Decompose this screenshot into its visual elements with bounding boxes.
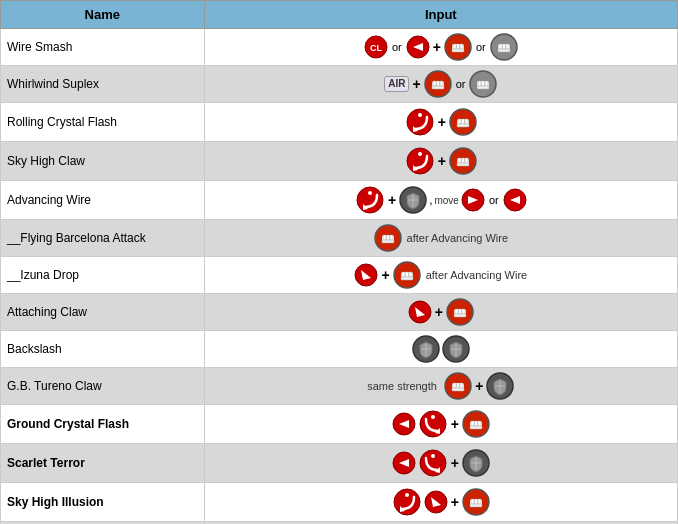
svg-rect-9 [452, 49, 464, 52]
plus-sign: + [435, 304, 443, 320]
move-text: move [434, 195, 458, 206]
svg-rect-66 [402, 272, 405, 277]
move-name: Rolling Crystal Flash [1, 103, 205, 142]
svg-point-114 [405, 493, 409, 497]
svg-rect-75 [458, 309, 461, 314]
svg-rect-12 [499, 44, 502, 49]
table-row: Whirlwind Suplex AIR+ or [1, 66, 678, 103]
svg-rect-58 [383, 235, 386, 240]
plus-sign: + [381, 267, 389, 283]
svg-point-95 [420, 411, 446, 437]
header-input: Input [204, 1, 677, 29]
svg-point-97 [431, 415, 435, 419]
svg-point-106 [420, 450, 446, 476]
plus-sign: + [451, 416, 459, 432]
svg-rect-6 [453, 44, 456, 49]
move-name: Sky High Illusion [1, 483, 205, 522]
svg-rect-7 [456, 44, 459, 49]
move-input: AIR+ or [204, 66, 677, 103]
svg-rect-34 [461, 119, 464, 124]
plus-sign: + [433, 39, 441, 55]
moves-table: Name Input Wire Smash CL or + or Whirlwi… [0, 0, 678, 524]
svg-rect-33 [458, 119, 461, 124]
svg-rect-69 [401, 277, 413, 280]
svg-rect-101 [474, 421, 477, 426]
svg-rect-68 [409, 272, 412, 277]
plus-sign: + [438, 153, 446, 169]
move-name: __Flying Barcelona Attack [1, 220, 205, 257]
move-input: + after Advancing Wire [204, 257, 677, 294]
plus-sign: + [388, 192, 396, 208]
svg-rect-18 [433, 81, 436, 86]
table-row: Wire Smash CL or + or [1, 29, 678, 66]
table-row: Backslash [1, 331, 678, 368]
table-row: __Flying Barcelona Attack after Advancin… [1, 220, 678, 257]
svg-point-108 [431, 454, 435, 458]
move-name: Scarlet Terror [1, 444, 205, 483]
air-badge: AIR [384, 76, 409, 92]
move-input: + [204, 444, 677, 483]
svg-rect-36 [457, 124, 469, 127]
svg-text:CL: CL [370, 43, 382, 53]
svg-rect-122 [470, 504, 482, 507]
plus-sign: + [451, 494, 459, 510]
move-input: + [204, 405, 677, 444]
or-label: or [476, 41, 486, 53]
table-row: Scarlet Terror + [1, 444, 678, 483]
svg-rect-8 [460, 44, 463, 49]
svg-rect-13 [502, 44, 505, 49]
table-row: Sky High Claw + [1, 142, 678, 181]
svg-point-112 [394, 489, 420, 515]
svg-rect-88 [460, 383, 463, 388]
svg-rect-59 [386, 235, 389, 240]
table-row: Ground Crystal Flash + [1, 405, 678, 444]
move-name: Attaching Claw [1, 294, 205, 331]
same-strength-text: same strength [367, 380, 437, 392]
svg-point-46 [357, 187, 383, 213]
svg-rect-121 [478, 499, 481, 504]
or-label: or [392, 41, 402, 53]
svg-rect-119 [471, 499, 474, 504]
header-name: Name [1, 1, 205, 29]
after-text: after Advancing Wire [404, 232, 509, 244]
svg-rect-77 [454, 314, 466, 317]
move-name: Whirlwind Suplex [1, 66, 205, 103]
move-name: Wire Smash [1, 29, 205, 66]
svg-point-39 [418, 152, 422, 156]
svg-rect-21 [432, 86, 444, 89]
move-name: Backslash [1, 331, 205, 368]
table-row: G.B. Tureno Claw same strength + [1, 368, 678, 405]
svg-rect-19 [436, 81, 439, 86]
svg-rect-120 [474, 499, 477, 504]
table-row: Rolling Crystal Flash + [1, 103, 678, 142]
move-name: Advancing Wire [1, 181, 205, 220]
plus-sign: + [451, 455, 459, 471]
svg-rect-14 [506, 44, 509, 49]
svg-rect-60 [390, 235, 393, 240]
table-row: __Izuna Drop + after Advancing Wire [1, 257, 678, 294]
svg-rect-100 [471, 421, 474, 426]
svg-point-30 [418, 113, 422, 117]
svg-rect-25 [482, 81, 485, 86]
svg-rect-26 [485, 81, 488, 86]
table-row: Sky High Illusion + [1, 483, 678, 522]
move-input: same strength + [204, 368, 677, 405]
or-label: or [489, 194, 499, 206]
or-label: or [456, 78, 466, 90]
svg-rect-103 [470, 426, 482, 429]
svg-rect-67 [405, 272, 408, 277]
svg-rect-87 [457, 383, 460, 388]
move-input: + [204, 142, 677, 181]
move-name: G.B. Tureno Claw [1, 368, 205, 405]
svg-rect-76 [462, 309, 465, 314]
svg-rect-86 [453, 383, 456, 388]
svg-rect-43 [461, 158, 464, 163]
plus-sign: + [438, 114, 446, 130]
svg-rect-42 [458, 158, 461, 163]
move-input [204, 331, 677, 368]
move-name: Sky High Claw [1, 142, 205, 181]
svg-rect-35 [465, 119, 468, 124]
svg-point-48 [368, 191, 372, 195]
plus-sign: + [412, 76, 420, 92]
svg-point-28 [407, 109, 433, 135]
